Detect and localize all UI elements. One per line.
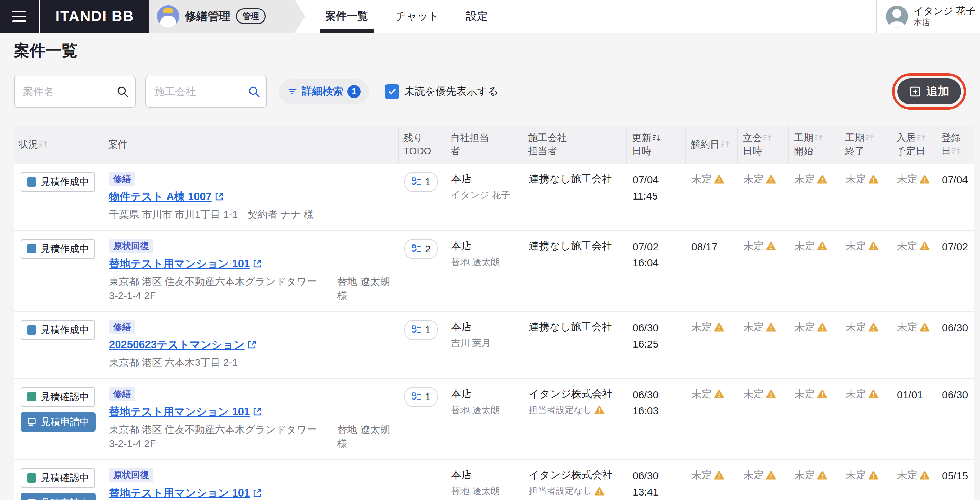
office-cell: 本店替地 遼太朗 bbox=[445, 379, 523, 459]
todo-count-badge[interactable]: 1 bbox=[404, 172, 438, 192]
undecided-value: 未定 bbox=[743, 239, 776, 253]
undecided-value: 未定 bbox=[794, 387, 827, 401]
cancel-date-cell: 未定 bbox=[686, 379, 738, 459]
column-header-contractor: 施工会社担当者 bbox=[523, 125, 627, 163]
checkbox-checked-icon[interactable] bbox=[385, 84, 399, 99]
todo-cell bbox=[399, 460, 445, 500]
undecided-value: 未定 bbox=[897, 172, 930, 186]
plus-square-icon bbox=[909, 86, 921, 98]
todo-count-badge[interactable]: 2 bbox=[404, 239, 438, 259]
undecided-value: 未定 bbox=[897, 320, 930, 334]
updated-cell: 07/02 16:04 bbox=[627, 231, 686, 311]
todo-cell: 1 bbox=[399, 163, 445, 230]
undecided-value: 未定 bbox=[794, 320, 827, 334]
undecided-value: 未定 bbox=[743, 172, 776, 186]
sort-icon[interactable] bbox=[39, 140, 48, 149]
sort-icon[interactable] bbox=[951, 146, 961, 156]
contractor-note: 担当者設定なし bbox=[529, 404, 622, 416]
undecided-value: 未定 bbox=[846, 387, 878, 401]
warning-icon bbox=[714, 174, 724, 184]
warning-icon bbox=[766, 322, 776, 332]
external-link-icon bbox=[247, 340, 257, 350]
unread-priority-toggle[interactable]: 未読を優先表示する bbox=[385, 84, 498, 99]
movein-date-cell: 01/01 bbox=[891, 379, 936, 459]
search-icon-blue[interactable] bbox=[247, 85, 261, 98]
external-link-icon bbox=[252, 488, 262, 498]
witness-date-cell: 未定 bbox=[738, 311, 789, 378]
add-case-button[interactable]: 追加 bbox=[897, 78, 961, 105]
cancel-date-cell: 未定 bbox=[686, 163, 738, 230]
user-menu[interactable]: イタンジ 花子 本店 bbox=[876, 0, 980, 33]
sort-icon[interactable] bbox=[916, 133, 926, 143]
contact-name: 契約者 ナナ 様 bbox=[247, 208, 313, 222]
undecided-value: 未定 bbox=[691, 320, 724, 334]
case-cell: 修繕20250623テストマンション東京都 港区 六本木3丁目 2-1 bbox=[103, 311, 399, 378]
advanced-search-button[interactable]: 詳細検索 1 bbox=[279, 79, 369, 104]
period-end-cell: 未定 bbox=[840, 379, 891, 459]
status-color-square bbox=[27, 392, 37, 402]
column-header-witness: 立会日時 bbox=[738, 125, 789, 163]
undecided-value: 未定 bbox=[846, 320, 878, 334]
registered-cell: 07/02 bbox=[936, 231, 974, 311]
warning-icon bbox=[594, 405, 605, 415]
tab-チャット[interactable]: チャット bbox=[390, 0, 445, 32]
case-name-search bbox=[14, 76, 136, 108]
todo-count-badge[interactable]: 1 bbox=[404, 387, 438, 407]
case-link[interactable]: 物件テスト A棟 1007 bbox=[109, 189, 224, 204]
warning-icon bbox=[868, 174, 878, 184]
period-start-cell: 未定 bbox=[789, 379, 840, 459]
column-header-office: 自社担当者 bbox=[445, 125, 523, 163]
warning-icon bbox=[817, 322, 827, 332]
case-table: 状況案件残りTODO自社担当者施工会社担当者更新日時解約日立会日時工期開始工期終… bbox=[14, 125, 974, 500]
witness-date-cell: 未定 bbox=[738, 460, 789, 500]
warning-icon bbox=[714, 389, 724, 399]
app-switcher[interactable]: 修繕管理 管理 bbox=[150, 0, 305, 32]
cancel-date-cell: 08/17 bbox=[686, 231, 738, 311]
case-link[interactable]: 替地テスト用マンション 101 bbox=[109, 486, 262, 500]
external-link-icon bbox=[252, 406, 262, 417]
top-bar: ITANDI BB 修繕管理 管理 案件一覧チャット設定 イタンジ 花子 本店 bbox=[0, 0, 980, 33]
menu-button[interactable] bbox=[0, 0, 39, 32]
contractor-cell: 連携なし施工会社 bbox=[523, 311, 627, 378]
search-icon[interactable] bbox=[116, 85, 129, 98]
status-badge: 見積作成中 bbox=[21, 172, 95, 192]
undecided-value: 未定 bbox=[743, 468, 776, 482]
office-cell: 本店替地 遼太朗 bbox=[445, 231, 523, 311]
status-cell: 見積作成中 bbox=[14, 163, 103, 230]
warning-icon bbox=[868, 389, 878, 399]
todo-count-badge[interactable]: 1 bbox=[404, 320, 438, 340]
undecided-value: 未定 bbox=[794, 172, 827, 186]
period-end-cell: 未定 bbox=[840, 163, 891, 230]
sort-icon[interactable] bbox=[652, 133, 661, 143]
movein-date-cell: 未定 bbox=[891, 311, 936, 378]
tab-案件一覧[interactable]: 案件一覧 bbox=[320, 0, 374, 32]
case-link[interactable]: 替地テスト用マンション 101 bbox=[109, 257, 262, 271]
movein-date-cell: 未定 bbox=[891, 163, 936, 230]
table-header: 状況案件残りTODO自社担当者施工会社担当者更新日時解約日立会日時工期開始工期終… bbox=[14, 125, 974, 163]
column-header-status: 状況 bbox=[14, 125, 103, 163]
warning-icon bbox=[868, 470, 878, 480]
sort-icon[interactable] bbox=[721, 140, 730, 149]
todo-cell: 1 bbox=[399, 379, 445, 459]
office-person: 替地 遼太朗 bbox=[451, 256, 518, 268]
annotation-highlight-ring: 追加 bbox=[892, 73, 966, 110]
status-badge: 見積確認中 bbox=[21, 468, 95, 488]
tab-設定[interactable]: 設定 bbox=[461, 0, 493, 32]
quote-request-icon bbox=[27, 498, 37, 500]
hamburger-icon bbox=[13, 11, 26, 13]
case-link[interactable]: 20250623テストマンション bbox=[109, 338, 257, 352]
contact-name: 替地 遼太朗 様 bbox=[337, 275, 393, 303]
sort-icon[interactable] bbox=[865, 133, 875, 143]
sort-icon[interactable] bbox=[763, 133, 772, 143]
warning-icon bbox=[868, 322, 878, 332]
column-header-period_start: 工期開始 bbox=[789, 125, 840, 163]
witness-date-cell: 未定 bbox=[738, 231, 789, 311]
sort-icon[interactable] bbox=[814, 133, 823, 143]
undecided-value: 未定 bbox=[846, 468, 878, 482]
quote-request-icon bbox=[27, 417, 37, 427]
case-link[interactable]: 替地テスト用マンション 101 bbox=[109, 405, 262, 419]
case-address: 東京都 港区 住友不動産六本木グランドタワー 3-2-1-4 2F替地 遼太朗 … bbox=[109, 275, 393, 303]
column-header-updated: 更新日時 bbox=[627, 125, 686, 163]
category-tag: 修繕 bbox=[109, 320, 135, 334]
table-row: 見積作成中修繕20250623テストマンション東京都 港区 六本木3丁目 2-1… bbox=[14, 311, 974, 379]
